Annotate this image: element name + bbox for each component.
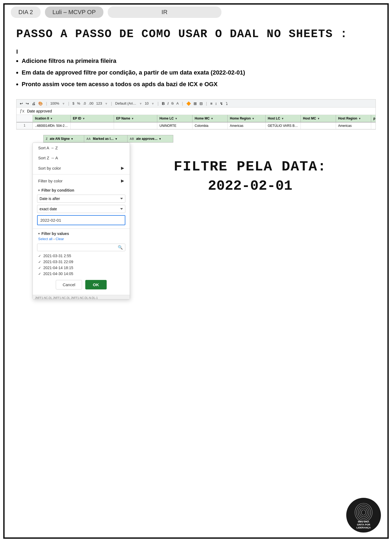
tab-luli[interactable]: Luli – MCVP OP: [45, 7, 103, 18]
filter-icon-d[interactable]: ▼: [175, 117, 178, 120]
col-header-H[interactable]: Host MC ▼: [301, 115, 336, 122]
rotate-icon[interactable]: ↯: [220, 101, 223, 106]
filter-icon-c[interactable]: ▼: [131, 117, 134, 120]
search-icon: 🔍: [118, 245, 123, 250]
partial-columns-area: Z ate AN Signe ▼ AA Marked as I… ▼ AB at…: [43, 135, 376, 143]
ok-button[interactable]: OK: [85, 280, 107, 289]
italic-btn[interactable]: I: [168, 101, 169, 106]
filter-icon-b[interactable]: ▼: [82, 117, 85, 120]
list-item[interactable]: ✓ 2021-03-31 2:55: [38, 253, 124, 259]
format-btn[interactable]: 123: [96, 101, 102, 105]
align-icon[interactable]: ≡: [210, 101, 212, 106]
filter-arrow-aa[interactable]: ▼: [115, 137, 117, 140]
col-header-E[interactable]: Home MC ▼: [192, 115, 228, 122]
instruction-item-1: Adicione filtros na primeira fileira: [22, 57, 376, 65]
exact-date-select[interactable]: exact date: [37, 205, 125, 213]
filter-arrow-z[interactable]: ▼: [71, 137, 73, 140]
bottom-scrollbar[interactable]: JNFF1-NC-DL JNFF1-NC-DL JNFF1-NC-DL-N-DL…: [33, 295, 130, 299]
sort-az-item[interactable]: Sort A → Z: [33, 143, 130, 153]
cell-f1[interactable]: Americas: [228, 122, 266, 129]
triangle-icon: ▾: [38, 189, 40, 192]
percent-btn[interactable]: %: [77, 101, 80, 105]
filter-dropdown-panel: Sort A → Z Sort Z → A Sort by color ▶ Fi…: [32, 143, 130, 299]
merge-icon[interactable]: ⊟: [200, 101, 203, 106]
date-filter-input[interactable]: [37, 215, 125, 225]
cell-e1[interactable]: Colombia: [192, 122, 228, 129]
col-header-J[interactable]: plica: [371, 115, 376, 122]
cell-h1[interactable]: [301, 122, 336, 129]
sep-2: [33, 228, 130, 229]
list-item[interactable]: ✓ 2021-04-14 18:15: [38, 265, 124, 271]
partial-col-AA-header[interactable]: AA Marked as I… ▼: [84, 135, 128, 142]
cell-g1[interactable]: GETÚLIO VARS Brazil: [266, 122, 301, 129]
sort-by-color-item[interactable]: Sort by color ▶: [33, 163, 130, 173]
formula-bar: ƒx Date approved: [17, 108, 375, 115]
col-header-A[interactable]: lication II ▼: [33, 115, 71, 122]
list-item[interactable]: ✓ 2021-04-30 14:05: [38, 271, 124, 277]
cell-c1[interactable]: [114, 122, 157, 129]
decimal2-btn[interactable]: .00: [89, 101, 93, 105]
decimal1-btn[interactable]: .0: [83, 101, 86, 105]
cell-a1[interactable]: ..4800014fDh: 504-2412b5 fee Valentine: [33, 122, 71, 129]
currency-btn[interactable]: $: [73, 101, 74, 105]
partial-col-Z-header[interactable]: Z ate AN Signe ▼: [44, 135, 84, 142]
col-Z-letter: Z: [46, 137, 48, 140]
underline-btn[interactable]: A: [176, 101, 179, 105]
filter-icon-e[interactable]: ▼: [211, 117, 213, 120]
undo-icon[interactable]: ↩: [20, 101, 23, 106]
col-header-D[interactable]: Home LC ▼: [157, 115, 192, 122]
borders-icon[interactable]: ⊞: [194, 101, 197, 106]
checkmark-2: ✓: [38, 260, 41, 264]
col-header-C[interactable]: EP Name ▼: [114, 115, 157, 122]
fill-color-icon[interactable]: 🔶: [186, 101, 191, 106]
sort-za-item[interactable]: Sort Z → A: [33, 153, 130, 163]
col-header-I[interactable]: Host Region ▼: [336, 115, 371, 122]
print-icon[interactable]: 🖨: [32, 101, 35, 106]
cell-j1[interactable]: [371, 122, 376, 129]
col-header-F[interactable]: Home Region ▼: [228, 115, 266, 122]
sheet-toolbar: ↩ ↪ 🖨 🎨 | 100% ▾ | $ % .0 .00 123 ▾ | De…: [17, 99, 375, 108]
filter-by-color-item[interactable]: Filter by color ▶: [33, 176, 130, 186]
font-selector[interactable]: Default (Ari…: [115, 101, 136, 105]
filter-icon-i[interactable]: ▼: [358, 117, 361, 120]
filter-icon-f[interactable]: ▼: [252, 117, 254, 120]
condition-type-select[interactable]: Date is after: [37, 195, 125, 203]
clear-link[interactable]: Clear: [55, 237, 64, 241]
page-title: PASSO A PASSO DE COMO USAR O DAAL NO SHE…: [16, 28, 376, 41]
col-header-B[interactable]: EP ID ▼: [71, 115, 114, 122]
cell-d1[interactable]: UNINORTE: [157, 122, 192, 129]
partial-col-AB-header[interactable]: AB ate approve… ▼: [128, 135, 171, 142]
cell-i1[interactable]: Americas: [336, 122, 371, 129]
top-nav: DIA 2 Luli – MCVP OP IR: [0, 0, 392, 22]
filter-arrow-ab[interactable]: ▼: [159, 137, 161, 140]
valign-icon[interactable]: ↕: [215, 101, 217, 106]
filter-by-values-label[interactable]: ▾ Filter by values: [33, 230, 130, 236]
tab-ir[interactable]: IR: [108, 7, 221, 18]
filter-icon-h[interactable]: ▼: [317, 117, 320, 120]
strikethrough-btn[interactable]: S: [171, 101, 174, 105]
font-size[interactable]: 10: [145, 101, 149, 105]
value-search-input[interactable]: [40, 246, 116, 250]
filter-icon-g[interactable]: ▼: [281, 117, 284, 120]
select-all-link[interactable]: Select all: [38, 237, 53, 241]
svg-text:LIDERANÇA: LIDERANÇA: [357, 526, 371, 529]
dropdown-area: Sort A → Z Sort Z → A Sort by color ▶ Fi…: [16, 143, 376, 299]
wrap-icon[interactable]: ⤵: [226, 101, 228, 106]
list-item[interactable]: ✓ 2021-03-31 22:09: [38, 259, 124, 265]
col-header-G[interactable]: Host LC ▼: [266, 115, 301, 122]
paint-icon[interactable]: 🎨: [38, 101, 43, 106]
filter-by-condition-label[interactable]: ▾ Filter by condition: [33, 186, 130, 193]
tab-dia2[interactable]: DIA 2: [11, 7, 41, 18]
cell-b1[interactable]: [71, 122, 114, 129]
bold-btn[interactable]: B: [162, 101, 165, 106]
redo-icon[interactable]: ↪: [26, 101, 29, 106]
formula-value: Date approved: [27, 109, 52, 113]
zoom-level[interactable]: 100%: [50, 101, 59, 105]
row-number-header: [17, 115, 33, 122]
cancel-button[interactable]: Cancel: [56, 280, 82, 289]
logo-area: MEU DNA GRITA POR LIDERANÇA: [346, 498, 381, 534]
filter-icon-a[interactable]: ▼: [50, 117, 53, 120]
instruction-item-3: Pronto assim voce tem acesso a todos os …: [22, 80, 376, 89]
checkmark-3: ✓: [38, 266, 41, 270]
checkmark-4: ✓: [38, 272, 41, 276]
